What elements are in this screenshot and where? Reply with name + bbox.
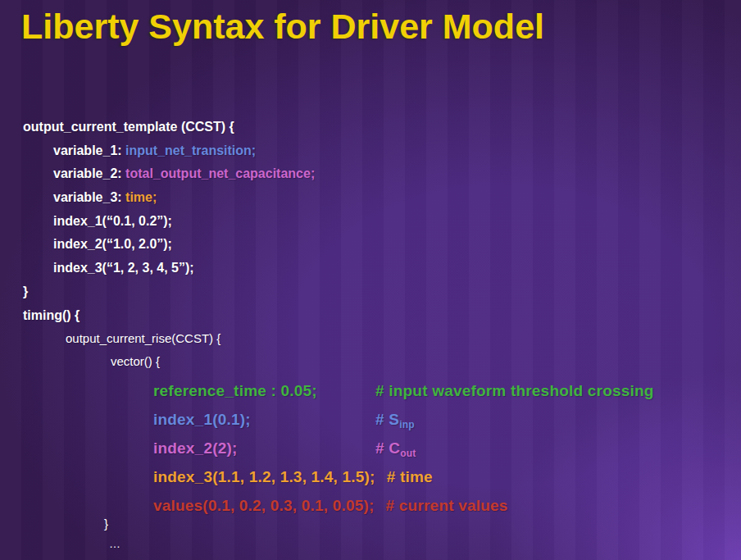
code-line-variable-1: variable_1: input_net_transition;: [53, 143, 256, 158]
code-line-variable-2: variable_2: total_output_net_capacitance…: [53, 166, 315, 181]
code-line-vec-index-1: index_1(0.1);# Sinp: [153, 411, 415, 429]
code-line-template-close: }: [23, 285, 28, 299]
code-line-ellipsis: …: [109, 537, 120, 550]
variable-1-value: input_net_transition;: [125, 143, 256, 157]
reference-time-code: reference_time : 0.05;: [153, 382, 375, 400]
variable-1-label: variable_1:: [53, 143, 125, 157]
values-comment: # current values: [386, 497, 508, 514]
vec-index-3-comment: # time: [387, 468, 433, 485]
code-line-vector-close: }: [104, 517, 108, 530]
page-title: Liberty Syntax for Driver Model: [21, 7, 544, 47]
slide-background: Liberty Syntax for Driver Model output_c…: [0, 0, 741, 560]
vec-index-2-comment: # C: [375, 439, 400, 457]
vec-index-3-code: index_3(1.1, 1.2, 1.3, 1.4, 1.5);: [153, 468, 375, 485]
vec-index-1-comment-subscript: inp: [399, 419, 415, 430]
variable-3-value: time;: [125, 190, 157, 204]
variable-3-label: variable_3:: [53, 190, 125, 204]
code-line-index-2: index_2(“1.0, 2.0”);: [53, 237, 172, 252]
code-line-index-1: index_1(“0.1, 0.2”);: [53, 214, 172, 229]
vec-index-2-code: index_2(2);: [153, 439, 375, 458]
code-line-rise-open: output_current_rise(CCST) {: [66, 331, 220, 345]
vec-index-2-comment-subscript: out: [400, 448, 416, 459]
vec-index-1-code: index_1(0.1);: [153, 411, 375, 429]
code-line-reference-time: reference_time : 0.05;# input waveform t…: [153, 382, 654, 400]
variable-2-label: variable_2:: [53, 166, 125, 180]
values-code: values(0.1, 0.2, 0.3, 0.1, 0.05);: [153, 497, 375, 514]
code-line-timing-open: timing() {: [23, 308, 80, 323]
code-line-values: values(0.1, 0.2, 0.3, 0.1, 0.05);# curre…: [153, 497, 508, 515]
code-line-index-3: index_3(“1, 2, 3, 4, 5”);: [53, 261, 194, 275]
reference-time-comment: # input waveform threshold crossing: [375, 382, 654, 399]
code-line-template-open: output_current_template (CCST) {: [23, 120, 234, 134]
code-line-vec-index-3: index_3(1.1, 1.2, 1.3, 1.4, 1.5);# time: [153, 468, 433, 486]
code-line-vec-index-2: index_2(2);# Cout: [153, 439, 416, 458]
variable-2-value: total_output_net_capacitance;: [125, 166, 315, 180]
code-line-vector-open: vector() {: [111, 354, 160, 368]
code-line-variable-3: variable_3: time;: [53, 190, 157, 205]
vec-index-1-comment: # S: [375, 411, 399, 428]
